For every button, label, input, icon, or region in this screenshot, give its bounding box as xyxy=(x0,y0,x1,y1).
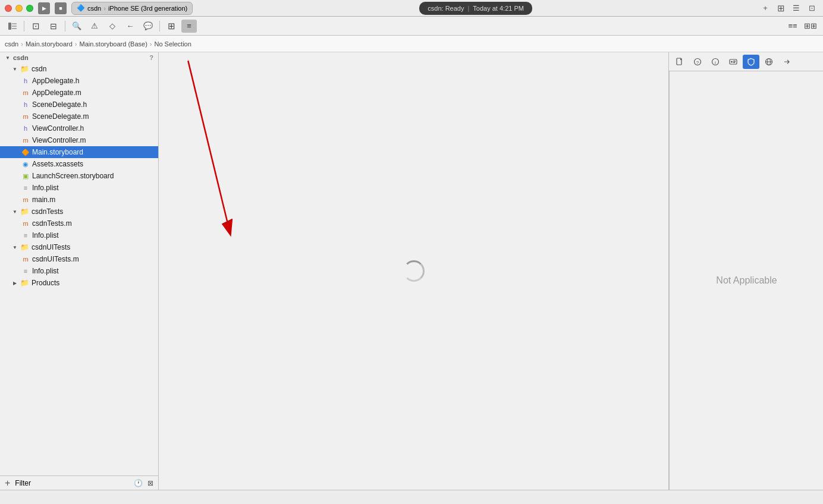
inspector-shield-btn[interactable] xyxy=(743,55,759,69)
inspector-file-btn[interactable] xyxy=(671,55,688,69)
svg-line-4 xyxy=(188,61,229,229)
add-file-button[interactable]: + xyxy=(5,478,10,489)
inspector-arrow-btn[interactable] xyxy=(778,55,795,69)
minimize-button[interactable] xyxy=(15,5,23,12)
hide-navigator-button[interactable] xyxy=(5,20,20,33)
h-file-icon-3: h xyxy=(21,125,30,132)
toolbar-sep-3 xyxy=(159,21,160,32)
scheme-app-icon: 🔷 xyxy=(77,4,85,12)
sidebar-item-appdelegate-h[interactable]: h AppDelegate.h xyxy=(0,75,158,87)
stop-button[interactable] xyxy=(55,2,67,14)
sidebar-item-info-plist[interactable]: ≡ Info.plist xyxy=(0,182,158,194)
loading-spinner xyxy=(403,260,425,282)
svg-point-11 xyxy=(731,61,733,62)
device-name: iPhone SE (3rd generation) xyxy=(108,5,187,12)
file-label-scenedelegate-m: SceneDelegate.m xyxy=(32,112,89,121)
csdntests-folder-icon: 📁 xyxy=(20,207,29,216)
not-applicable-text: Not Applicable xyxy=(716,275,777,286)
comment-button[interactable]: 💬 xyxy=(140,20,156,33)
m-file-icon-6: m xyxy=(21,256,30,263)
sidebar-item-main-storyboard[interactable]: 🔶 Main.storyboard xyxy=(0,146,158,158)
filter-input-area[interactable]: Filter xyxy=(15,479,129,487)
m-file-icon-2: m xyxy=(21,113,30,120)
sidebar-group-csdnuitests[interactable]: 📁 csdnUITests xyxy=(0,241,158,253)
scheme-selector[interactable]: 🔷 csdn › iPhone SE (3rd generation) xyxy=(71,2,193,15)
sidebar-item-csdnuitests-m[interactable]: m csdnUITests.m xyxy=(0,253,158,265)
grid-button[interactable]: ⊞ xyxy=(164,20,179,33)
toolbar-right-btn1[interactable]: ≡≡ xyxy=(785,20,800,33)
warning-button[interactable]: ⚠ xyxy=(87,20,102,33)
breadcrumb-item-1[interactable]: csdn xyxy=(5,40,18,48)
sidebar-item-appdelegate-m[interactable]: m AppDelegate.m xyxy=(0,87,158,99)
inspector-panel: Not Applicable xyxy=(669,71,823,490)
bookmark-button[interactable]: ◇ xyxy=(105,20,120,33)
layout-btn-2[interactable]: ☰ xyxy=(790,2,803,15)
sidebar-item-assets[interactable]: ◉ Assets.xcassets xyxy=(0,158,158,170)
m-file-icon-3: m xyxy=(21,137,30,144)
file-label-appdelegate-h: AppDelegate.h xyxy=(32,77,79,85)
clock-icon[interactable]: 🕐 xyxy=(134,479,143,487)
assets-file-icon: ◉ xyxy=(21,160,30,168)
inspector-id-btn[interactable] xyxy=(725,55,742,69)
maximize-button[interactable] xyxy=(26,5,33,12)
sidebar-item-scenedelegate-h[interactable]: h SceneDelegate.h xyxy=(0,99,158,111)
sidebar-item-info-plist-3[interactable]: ≡ Info.plist xyxy=(0,265,158,277)
sidebar-group-products[interactable]: 📁 Products xyxy=(0,277,158,289)
breadcrumb-bar: csdn › Main.storyboard › Main.storyboard… xyxy=(0,36,823,52)
sidebar-group-csdn[interactable]: 📁 csdn xyxy=(0,63,158,75)
sidebar: csdn ? 📁 csdn h AppDelegate.h m AppDeleg… xyxy=(0,52,159,490)
m-file-icon-4: m xyxy=(21,196,30,203)
layout-btn-3[interactable]: ⊡ xyxy=(805,2,818,15)
layout-btn-1[interactable]: ⊞ xyxy=(774,2,787,15)
inspector-quickhelp-btn[interactable]: ? xyxy=(689,55,706,69)
toolbar-right-btn2[interactable]: ⊞⊞ xyxy=(803,20,818,33)
toggle-layout-button[interactable]: ⊡ xyxy=(28,20,43,33)
traffic-lights xyxy=(5,5,33,12)
canvas-area[interactable] xyxy=(159,52,668,490)
scheme-name: csdn xyxy=(87,5,101,12)
search-button[interactable]: 🔍 xyxy=(69,20,84,33)
breadcrumb-item-4[interactable]: No Selection xyxy=(154,40,191,48)
m-file-icon-5: m xyxy=(21,220,30,227)
warning-icon[interactable]: ⊠ xyxy=(147,479,153,487)
status-separator: | xyxy=(467,5,469,12)
csdntests-disclosure xyxy=(12,209,18,215)
file-label-viewcontroller-m: ViewController.m xyxy=(32,136,86,144)
root-disclosure xyxy=(5,55,11,61)
inspector-container: ? i Not Applicabl xyxy=(668,52,823,490)
csdnuitests-group-label: csdnUITests xyxy=(32,243,70,251)
status-pill: csdn: Ready | Today at 4:21 PM xyxy=(419,2,532,15)
sidebar-item-viewcontroller-m[interactable]: m ViewController.m xyxy=(0,134,158,146)
hierarchy-button[interactable]: ⊟ xyxy=(46,20,61,33)
breadcrumb-item-2[interactable]: Main.storyboard xyxy=(26,40,73,48)
toolbar-sep-1 xyxy=(24,21,24,32)
sidebar-item-csdntests-m[interactable]: m csdnTests.m xyxy=(0,218,158,229)
sidebar-header[interactable]: csdn ? xyxy=(0,52,158,63)
breadcrumb-sep-3: › xyxy=(150,40,152,48)
file-label-scenedelegate-h: SceneDelegate.h xyxy=(32,100,87,109)
sidebar-group-csdntests[interactable]: 📁 csdnTests xyxy=(0,206,158,218)
question-mark-icon[interactable]: ? xyxy=(149,54,153,61)
sidebar-item-viewcontroller-h[interactable]: h ViewController.h xyxy=(0,122,158,134)
back-button[interactable]: ← xyxy=(122,20,138,33)
inspector-localize-btn[interactable] xyxy=(761,55,777,69)
list-view-button[interactable]: ≡ xyxy=(181,20,197,33)
sidebar-item-main-m[interactable]: m main.m xyxy=(0,194,158,206)
close-button[interactable] xyxy=(5,5,12,12)
csdn-group-label: csdn xyxy=(32,65,46,73)
sidebar-item-launchscreen[interactable]: ▣ LaunchScreen.storyboard xyxy=(0,170,158,182)
play-button[interactable] xyxy=(38,2,50,14)
add-button[interactable]: + xyxy=(759,2,772,15)
svg-rect-0 xyxy=(8,23,11,30)
products-disclosure xyxy=(12,280,18,286)
launchscreen-file-icon: ▣ xyxy=(21,172,30,180)
h-file-icon: h xyxy=(21,77,30,84)
breadcrumb-item-3[interactable]: Main.storyboard (Base) xyxy=(79,40,147,48)
inspector-help-btn[interactable]: i xyxy=(707,55,724,69)
toolbar-sep-2 xyxy=(65,21,65,32)
file-label-main-storyboard: Main.storyboard xyxy=(32,148,83,156)
sidebar-item-info-plist-2[interactable]: ≡ Info.plist xyxy=(0,229,158,241)
plist-file-icon-3: ≡ xyxy=(21,267,30,275)
file-label-csdnuitests-m: csdnUITests.m xyxy=(32,255,79,263)
sidebar-item-scenedelegate-m[interactable]: m SceneDelegate.m xyxy=(0,111,158,122)
